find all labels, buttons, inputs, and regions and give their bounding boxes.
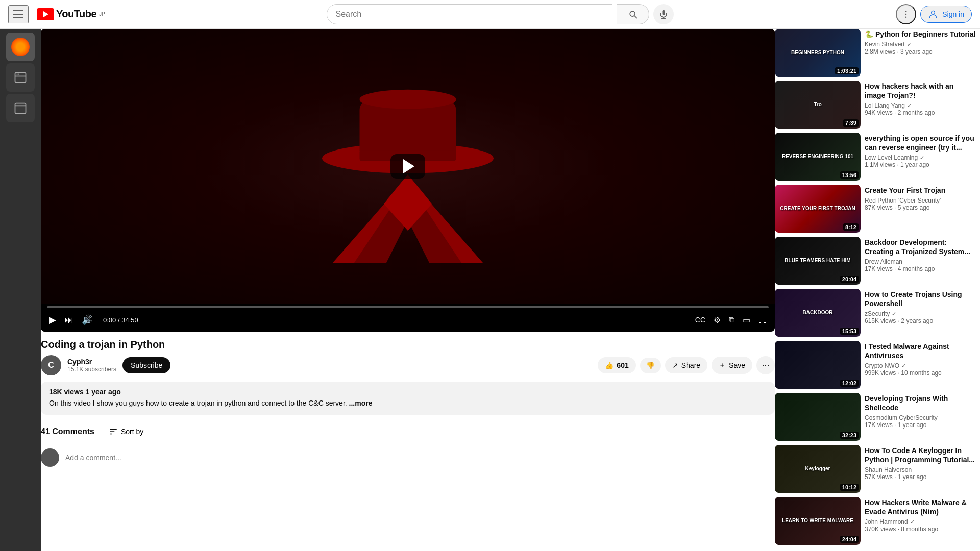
rec-thumbnail: CREATE YOUR FIRST TROJAN 8:12 [775,185,861,233]
video-controls: ▶ ⏭ 🔊 0:00 / 34:50 CC ⚙ ⧉ ▭ ⛶ [41,304,775,332]
more-link[interactable]: ...more [349,399,373,407]
save-button[interactable]: ＋ Save [712,357,752,374]
rec-thumbnail: BACKDOOR 15:53 [775,289,861,337]
rec-title: Create Your First Trojan [865,186,976,195]
rec-channel: Kevin Stratvert ✓ [865,41,976,48]
search-button[interactable] [617,4,649,24]
recommendation-item[interactable]: BEGINNERS PYTHON 1:03:21 🐍 Python for Be… [775,29,980,77]
add-comment-row [41,448,775,467]
rec-duration: 13:56 [840,171,859,179]
rec-channel: Drew Alleman [865,258,976,265]
action-buttons: 👍 601 👎 ↗ Share ＋ Save ··· [598,356,775,374]
miniplayer-button[interactable]: ⧉ [727,313,737,327]
rec-thumbnail: Tro 7:39 [775,81,861,129]
recommendations-sidebar: BEGINNERS PYTHON 1:03:21 🐍 Python for Be… [775,29,980,551]
share-button[interactable]: ↗ Share [665,357,707,373]
rec-title: Backdoor Development: Creating a Trojani… [865,238,976,256]
channel-subs: 15.1K subscribers [67,366,116,373]
like-button[interactable]: 👍 601 [598,357,635,373]
verified-icon: ✓ [892,311,896,317]
svg-point-10 [18,73,19,74]
svg-rect-0 [663,10,665,15]
volume-button[interactable]: 🔊 [80,312,95,328]
rec-channel: Red Python 'Cyber Security' [865,197,976,204]
rec-channel-name: Low Level Learning [865,154,918,161]
rec-duration: 12:02 [840,380,859,387]
search-icon [628,9,638,19]
rec-duration: 7:39 [843,119,859,127]
rec-duration: 8:12 [843,223,859,231]
save-label: Save [729,361,745,369]
save-icon: ＋ [719,361,726,370]
verified-icon: ✓ [901,363,906,369]
comments-section: 41 Comments Sort by [41,423,775,467]
current-time: 0:00 [103,316,116,324]
play-pause-button[interactable]: ▶ [47,312,58,328]
video-player[interactable]: ▶ ⏭ 🔊 0:00 / 34:50 CC ⚙ ⧉ ▭ ⛶ [41,29,775,332]
progress-bar[interactable] [47,306,769,308]
video-title: Coding a trojan in Python [41,338,775,351]
more-actions-button[interactable]: ··· [756,356,775,374]
play-button-overlay[interactable] [390,154,425,179]
play-triangle [403,159,414,173]
header-right: Sign in [896,4,972,24]
subscribe-button[interactable]: Subscribe [122,357,170,373]
recommendation-item[interactable]: BLUE TEAMERS HATE HIM 20:04 Backdoor Dev… [775,237,980,285]
recommendation-item[interactable]: Keylogger 10:12 How To Code A Keylogger … [775,445,980,493]
next-button[interactable]: ⏭ [62,313,76,328]
recommendation-item[interactable]: CREATE YOUR FIRST TROJAN 8:12 Create You… [775,185,980,233]
sort-icon [109,427,118,436]
hamburger-menu-button[interactable] [8,5,29,23]
rec-thumbnail: LEARN TO WRITE MALWARE 24:04 [775,497,861,545]
recommendation-item[interactable]: REVERSE ENGINEERING 101 13:56 everything… [775,133,980,181]
play-icon [43,11,48,17]
search-input[interactable] [327,10,612,19]
like-icon: 👍 [605,361,614,369]
tab-icon [13,70,28,85]
browser-tab-2[interactable] [6,63,35,92]
recommendation-item[interactable]: 12:02 I Tested Malware Against Antivirus… [775,341,980,389]
description-content: On this video I show you guys how to cre… [49,399,347,407]
rec-title: 🐍 Python for Beginners Tutorial [865,30,976,39]
rec-info: How hackers hack with an image Trojan?! … [865,81,980,129]
svg-rect-11 [15,103,26,114]
rec-thumbnail: BEGINNERS PYTHON 1:03:21 [775,29,861,77]
mic-button[interactable] [653,4,674,24]
youtube-country: JP [99,11,105,17]
sort-button[interactable]: Sort by [103,423,150,440]
dots-icon [901,9,911,19]
settings-button-player[interactable]: ⚙ [712,313,723,327]
rec-info: I Tested Malware Against Antiviruses Cry… [865,341,980,389]
channel-name[interactable]: Cyph3r [67,358,116,366]
dislike-button[interactable]: 👎 [640,358,661,373]
recommendation-item[interactable]: LEARN TO WRITE MALWARE 24:04 How Hackers… [775,497,980,545]
main-container: ▶ ⏭ 🔊 0:00 / 34:50 CC ⚙ ⧉ ▭ ⛶ [0,29,980,551]
firefox-tab[interactable] [6,33,35,61]
youtube-logo[interactable]: YouTubeJP [37,8,105,20]
recommendation-item[interactable]: 32:23 Developing Trojans With Shellcode … [775,393,980,441]
subtitles-button[interactable]: CC [693,314,707,326]
fullscreen-button[interactable]: ⛶ [756,313,769,327]
share-icon: ↗ [672,361,678,369]
recommendation-item[interactable]: Tro 7:39 How hackers hack with an image … [775,81,980,129]
rec-info: Developing Trojans With Shellcode Cosmod… [865,393,980,441]
browser-sidebar [0,29,41,551]
youtube-text: YouTube [56,8,96,20]
comments-header: 41 Comments Sort by [41,423,775,440]
rec-title: Developing Trojans With Shellcode [865,394,976,412]
sign-in-button[interactable]: Sign in [920,6,972,23]
theater-button[interactable]: ▭ [741,313,752,327]
like-count: 601 [617,361,628,369]
settings-button[interactable] [896,4,916,24]
rec-meta: 999K views · 10 months ago [865,369,976,377]
search-bar [327,4,612,24]
browser-tab-3[interactable] [6,94,35,122]
rec-channel: Shaun Halverson [865,466,976,473]
rec-duration: 1:03:21 [835,67,859,74]
share-label: Share [681,361,700,369]
recommendation-item[interactable]: BACKDOOR 15:53 How to Create Trojans Usi… [775,289,980,337]
comment-input[interactable] [65,452,775,464]
verified-icon: ✓ [907,103,912,109]
rec-channel: zSecurity ✓ [865,310,976,317]
rec-meta: 87K views · 5 years ago [865,204,976,211]
